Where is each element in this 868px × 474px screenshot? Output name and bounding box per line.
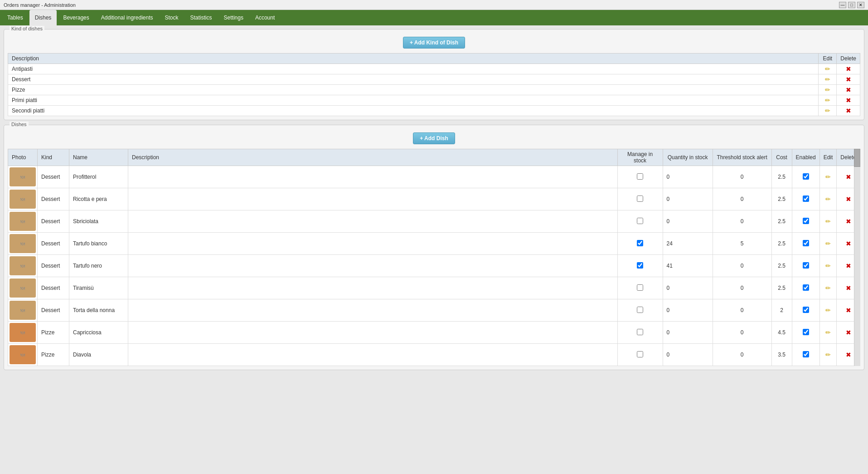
cost-cell: 4.5: [771, 322, 792, 344]
manage-stock-checkbox[interactable]: [637, 307, 643, 313]
add-dish-button[interactable]: + Add Dish: [413, 132, 455, 144]
delete-icon[interactable]: ✖: [846, 351, 851, 358]
edit-icon[interactable]: ✏: [825, 173, 831, 181]
delete-icon[interactable]: ✖: [846, 262, 851, 269]
edit-icon[interactable]: ✏: [825, 107, 830, 114]
photo-placeholder: 🍽: [20, 197, 25, 202]
manage-stock-checkbox[interactable]: [637, 284, 643, 291]
kind-cell: Dessert: [38, 188, 69, 210]
edit-icon[interactable]: ✏: [825, 240, 831, 247]
edit-icon[interactable]: ✏: [825, 65, 830, 73]
enabled-cell: [792, 255, 820, 277]
enabled-checkbox[interactable]: [803, 307, 809, 313]
edit-icon[interactable]: ✏: [825, 284, 831, 292]
tab-additional-ingredients[interactable]: Additional ingredients: [96, 10, 159, 25]
delete-icon[interactable]: ✖: [846, 107, 851, 114]
minimize-button[interactable]: —: [839, 2, 846, 8]
delete-icon[interactable]: ✖: [846, 97, 851, 104]
dishes-table-wrapper: Photo Kind Name Description Manage in st…: [8, 149, 860, 366]
enabled-checkbox[interactable]: [803, 284, 809, 291]
delete-icon[interactable]: ✖: [846, 218, 851, 225]
tab-statistics[interactable]: Statistics: [185, 10, 218, 25]
desc-cell: [128, 188, 618, 210]
delete-icon[interactable]: ✖: [846, 195, 851, 203]
col-header-photo: Photo: [8, 149, 38, 166]
tab-tables[interactable]: Tables: [2, 10, 29, 25]
manage-stock-checkbox[interactable]: [637, 351, 643, 357]
qty-cell: 0: [663, 277, 713, 299]
tab-dishes[interactable]: Dishes: [29, 10, 57, 25]
manage-stock-checkbox[interactable]: [637, 195, 643, 202]
photo-cell: 🍽: [8, 233, 38, 255]
table-row: 🍽 Dessert Sbriciolata 0 0 2.5 ✏ ✖: [8, 210, 860, 233]
delete-icon[interactable]: ✖: [846, 284, 851, 292]
enabled-checkbox[interactable]: [803, 195, 809, 202]
delete-icon[interactable]: ✖: [846, 173, 851, 181]
scrollbar-thumb[interactable]: [854, 149, 860, 167]
desc-cell: [128, 166, 618, 188]
edit-icon[interactable]: ✏: [825, 329, 831, 336]
enabled-checkbox[interactable]: [803, 218, 809, 224]
table-row: Pizze ✏ ✖: [8, 85, 860, 95]
delete-icon[interactable]: ✖: [846, 65, 851, 73]
kind-cell: Dessert: [38, 166, 69, 188]
tab-beverages[interactable]: Beverages: [58, 10, 94, 25]
col-header-qty: Quantity in stock: [663, 149, 713, 166]
delete-icon[interactable]: ✖: [846, 76, 851, 83]
delete-icon[interactable]: ✖: [846, 307, 851, 314]
enabled-checkbox[interactable]: [803, 173, 809, 180]
add-kind-of-dish-button[interactable]: + Add Kind of Dish: [403, 37, 465, 49]
qty-cell: 0: [663, 166, 713, 188]
photo-thumb: 🍽: [10, 256, 36, 275]
edit-cell: ✏: [820, 344, 837, 366]
delete-icon[interactable]: ✖: [846, 329, 851, 336]
enabled-cell: [792, 210, 820, 233]
delete-icon[interactable]: ✖: [846, 240, 851, 247]
close-button[interactable]: ✕: [857, 2, 864, 8]
table-row: Dessert ✏ ✖: [8, 74, 860, 85]
edit-icon[interactable]: ✏: [825, 86, 830, 93]
enabled-cell: [792, 322, 820, 344]
photo-cell: 🍽: [8, 322, 38, 344]
edit-icon[interactable]: ✏: [825, 307, 831, 314]
edit-icon[interactable]: ✏: [825, 218, 831, 225]
edit-cell: ✏: [820, 299, 837, 322]
table-row: Antipasti ✏ ✖: [8, 64, 860, 74]
enabled-checkbox[interactable]: [803, 351, 809, 357]
scrollbar-track[interactable]: [854, 149, 860, 366]
manage-stock-checkbox[interactable]: [637, 329, 643, 335]
manage-cell: [617, 188, 663, 210]
edit-icon[interactable]: ✏: [825, 351, 831, 358]
threshold-cell: 0: [713, 188, 771, 210]
edit-icon[interactable]: ✏: [825, 97, 830, 104]
maximize-button[interactable]: □: [848, 2, 855, 8]
delete-cell: ✖: [837, 95, 860, 106]
manage-stock-checkbox[interactable]: [637, 173, 643, 180]
delete-icon[interactable]: ✖: [846, 86, 851, 93]
name-cell: Torta della nonna: [69, 299, 128, 322]
photo-thumb: 🍽: [10, 279, 36, 298]
col-header-cost: Cost: [771, 149, 792, 166]
enabled-checkbox[interactable]: [803, 262, 809, 269]
photo-placeholder: 🍽: [20, 352, 25, 357]
edit-cell: ✏: [820, 233, 837, 255]
enabled-checkbox[interactable]: [803, 240, 809, 246]
menu-bar: Tables Dishes Beverages Additional ingre…: [0, 10, 868, 25]
name-cell: Sbriciolata: [69, 210, 128, 233]
tab-account[interactable]: Account: [250, 10, 280, 25]
desc-cell: [128, 210, 618, 233]
enabled-checkbox[interactable]: [803, 329, 809, 335]
tab-stock[interactable]: Stock: [160, 10, 184, 25]
table-row: 🍽 Dessert Tartufo bianco 24 5 2.5 ✏ ✖: [8, 233, 860, 255]
edit-icon[interactable]: ✏: [825, 262, 831, 269]
photo-placeholder: 🍽: [20, 264, 25, 269]
manage-stock-checkbox[interactable]: [637, 218, 643, 224]
edit-icon[interactable]: ✏: [825, 195, 831, 203]
table-row: 🍽 Dessert Torta della nonna 0 0 2 ✏ ✖: [8, 299, 860, 322]
threshold-cell: 0: [713, 255, 771, 277]
manage-stock-checkbox[interactable]: [637, 262, 643, 269]
manage-stock-checkbox[interactable]: [637, 240, 643, 246]
name-cell: Tartufo bianco: [69, 233, 128, 255]
tab-settings[interactable]: Settings: [218, 10, 249, 25]
edit-icon[interactable]: ✏: [825, 76, 830, 83]
